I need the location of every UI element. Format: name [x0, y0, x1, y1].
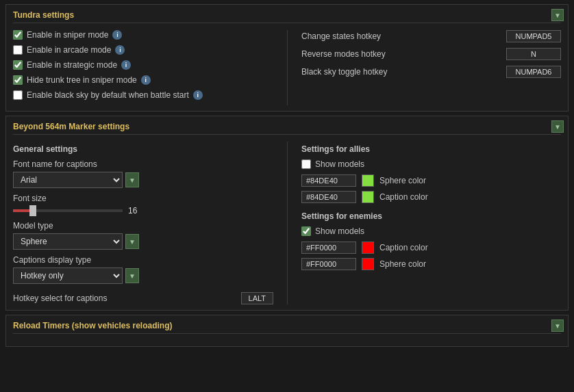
black-sky-toggle-label: Black sky toggle hotkey [301, 67, 387, 77]
arcade-info-icon[interactable]: i [115, 45, 125, 55]
allies-show-models-checkbox[interactable] [301, 159, 311, 169]
font-name-arrow[interactable]: ▼ [125, 172, 139, 187]
font-size-slider-row: 16 [13, 206, 273, 215]
strategic-label: Enable in strategic mode [27, 60, 117, 70]
captions-type-arrow[interactable]: ▼ [125, 268, 139, 283]
hotkey-select-label: Hotkey select for captions [13, 293, 107, 303]
hide-trunk-checkbox[interactable] [13, 75, 23, 85]
change-states-hotkey-btn[interactable]: NUMPAD5 [506, 30, 561, 42]
enemies-sphere-color-label: Sphere color [379, 259, 426, 269]
allies-sphere-color-input[interactable] [301, 174, 356, 187]
font-name-row: Arial ▼ [13, 172, 273, 188]
font-size-slider[interactable] [13, 209, 123, 212]
font-size-label: Font size [13, 194, 273, 203]
black-sky-row: Enable black sky by default when battle … [13, 90, 273, 100]
font-size-value: 16 [128, 206, 142, 215]
allies-caption-color-label: Caption color [379, 192, 428, 202]
model-type-row: Sphere ▼ [13, 233, 273, 250]
sniper-checkbox[interactable] [13, 30, 23, 40]
enemies-show-models-checkbox[interactable] [301, 226, 311, 236]
arcade-row: Enable in arcade mode i [13, 45, 273, 55]
strategic-checkbox[interactable] [13, 60, 23, 70]
strategic-info-icon[interactable]: i [121, 60, 131, 70]
change-states-label: Change states hotkey [301, 31, 381, 41]
captions-type-label: Captions display type [13, 255, 273, 265]
beyond-title: Beyond 564m Marker settings [13, 122, 561, 135]
hide-trunk-label: Hide trunk tree in sniper mode [27, 75, 137, 85]
enemies-sphere-color-swatch[interactable] [362, 258, 374, 270]
hotkey-select-row: Hotkey select for captions LALT [13, 292, 273, 304]
hotkey-select-btn[interactable]: LALT [241, 292, 273, 304]
reload-title: Reload Timers (show vehicles reloading) [13, 321, 561, 334]
enemies-caption-color-row: Caption color [301, 241, 561, 254]
reverse-modes-hotkey-btn[interactable]: N [506, 48, 561, 60]
black-sky-toggle-hotkey-btn[interactable]: NUMPAD6 [506, 66, 561, 78]
enemies-caption-color-label: Caption color [379, 243, 428, 252]
allies-sphere-color-row: Sphere color [301, 174, 561, 187]
sniper-label: Enable in sniper mode [27, 30, 108, 40]
tundra-settings-section: Tundra settings ▼ Enable in sniper mode … [5, 4, 569, 112]
reload-collapse-btn[interactable]: ▼ [551, 319, 564, 332]
strategic-row: Enable in strategic mode i [13, 60, 273, 70]
reverse-modes-row: Reverse modes hotkey N [301, 48, 561, 60]
reverse-modes-label: Reverse modes hotkey [301, 49, 386, 59]
tundra-title: Tundra settings [13, 10, 561, 23]
beyond-right-col: Settings for allies Show models Sphere c… [287, 142, 561, 304]
enemies-caption-color-input[interactable] [301, 241, 356, 254]
captions-type-dropdown[interactable]: Hotkey only [13, 267, 123, 284]
black-sky-checkbox[interactable] [13, 90, 23, 100]
beyond-section: Beyond 564m Marker settings ▼ General se… [5, 116, 569, 311]
model-type-dropdown[interactable]: Sphere [13, 233, 123, 250]
allies-caption-color-input[interactable] [301, 191, 356, 203]
enemies-sphere-color-input[interactable] [301, 258, 356, 270]
enemies-sphere-color-row: Sphere color [301, 258, 561, 270]
enemies-show-models-label: Show models [315, 226, 364, 236]
black-sky-info-icon[interactable]: i [193, 90, 203, 100]
enemies-title: Settings for enemies [301, 211, 561, 221]
reload-section: Reload Timers (show vehicles reloading) … [5, 315, 569, 347]
font-name-label: Font name for captions [13, 159, 273, 169]
allies-caption-color-swatch[interactable] [362, 191, 374, 203]
allies-show-models-row: Show models [301, 159, 561, 169]
allies-show-models-label: Show models [315, 159, 364, 169]
tundra-right-col: Change states hotkey NUMPAD5 Reverse mod… [287, 30, 561, 105]
hide-trunk-info-icon[interactable]: i [141, 75, 151, 85]
captions-type-row: Hotkey only ▼ [13, 267, 273, 284]
model-type-arrow[interactable]: ▼ [125, 234, 139, 249]
beyond-collapse-btn[interactable]: ▼ [551, 120, 564, 133]
allies-caption-color-row: Caption color [301, 191, 561, 203]
black-sky-toggle-row: Black sky toggle hotkey NUMPAD6 [301, 66, 561, 78]
allies-title: Settings for allies [301, 144, 561, 154]
allies-sphere-color-label: Sphere color [379, 176, 426, 185]
beyond-left-col: General settings Font name for captions … [13, 142, 287, 304]
hide-trunk-row: Hide trunk tree in sniper mode i [13, 75, 273, 85]
allies-sphere-color-swatch[interactable] [362, 174, 374, 187]
enemies-caption-color-swatch[interactable] [362, 241, 374, 254]
general-settings-title: General settings [13, 144, 273, 154]
tundra-left-col: Enable in sniper mode i Enable in arcade… [13, 30, 287, 105]
black-sky-label: Enable black sky by default when battle … [27, 90, 189, 100]
model-type-label: Model type [13, 221, 273, 231]
sniper-info-icon[interactable]: i [112, 30, 122, 40]
arcade-checkbox[interactable] [13, 45, 23, 55]
enemies-show-models-row: Show models [301, 226, 561, 236]
font-name-dropdown[interactable]: Arial [13, 172, 123, 188]
tundra-collapse-btn[interactable]: ▼ [551, 9, 564, 21]
sniper-row: Enable in sniper mode i [13, 30, 273, 40]
change-states-row: Change states hotkey NUMPAD5 [301, 30, 561, 42]
arcade-label: Enable in arcade mode [27, 45, 111, 55]
